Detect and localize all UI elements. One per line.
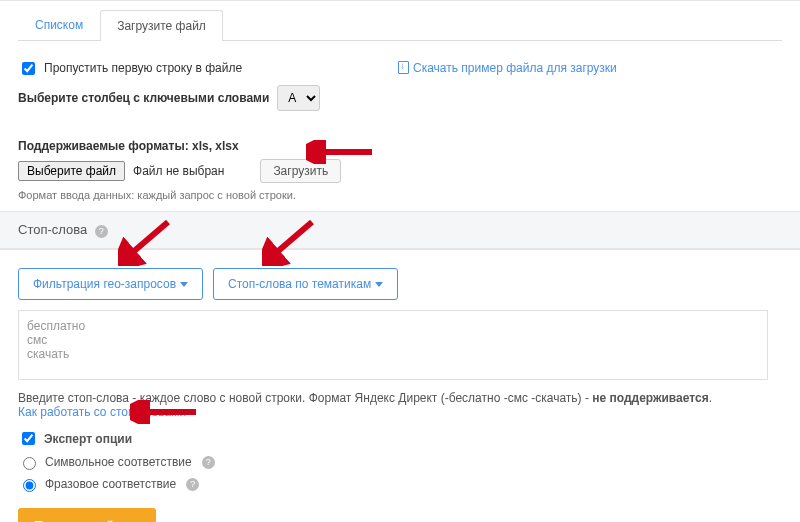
file-name-label: Файл не выбран bbox=[133, 164, 224, 178]
skip-first-label: Пропустить первую строку в файле bbox=[44, 61, 242, 75]
help-icon[interactable]: ? bbox=[202, 456, 215, 469]
symbol-match-radio[interactable] bbox=[23, 457, 36, 470]
help-icon[interactable]: ? bbox=[95, 225, 108, 238]
upload-button[interactable]: Загрузить bbox=[260, 159, 341, 183]
skip-first-row[interactable]: Пропустить первую строку в файле bbox=[18, 59, 242, 78]
symbol-match-option[interactable]: Символьное соответствие ? bbox=[18, 454, 782, 470]
chevron-down-icon bbox=[375, 282, 383, 287]
choose-file-button[interactable]: Выберите файл bbox=[18, 161, 125, 181]
geo-filter-dropdown[interactable]: Фильтрация гео-запросов bbox=[18, 268, 203, 300]
upload-tabs: Списком Загрузите файл bbox=[18, 9, 782, 41]
file-download-icon bbox=[398, 61, 409, 74]
phrase-match-radio[interactable] bbox=[23, 479, 36, 492]
stopwords-note: Введите стоп-слова - каждое слово с ново… bbox=[18, 391, 782, 405]
phrase-match-option[interactable]: Фразовое соответствие ? bbox=[18, 476, 782, 492]
expert-checkbox[interactable] bbox=[22, 432, 35, 445]
stopwords-help-link[interactable]: Как работать со стоп-словами bbox=[18, 405, 186, 419]
previous-step-button[interactable]: Предыдущий шаг bbox=[18, 508, 156, 522]
tab-upload[interactable]: Загрузите файл bbox=[100, 10, 223, 41]
formats-label: Поддерживаемые форматы: xls, xlsx bbox=[18, 139, 782, 153]
chevron-down-icon bbox=[180, 282, 188, 287]
select-column-label: Выберите столбец с ключевыми словами bbox=[18, 91, 269, 105]
format-hint: Формат ввода данных: каждый запрос с нов… bbox=[18, 189, 782, 201]
stopwords-theme-dropdown[interactable]: Стоп-слова по тематикам bbox=[213, 268, 398, 300]
column-select[interactable]: A bbox=[277, 85, 320, 111]
help-icon[interactable]: ? bbox=[186, 478, 199, 491]
expert-options-toggle[interactable]: Эксперт опции bbox=[18, 429, 782, 448]
download-example-link[interactable]: Скачать пример файла для загрузки bbox=[398, 61, 617, 75]
stopwords-textarea[interactable] bbox=[18, 310, 768, 380]
stopwords-section-header: Стоп-слова ? bbox=[0, 211, 800, 249]
skip-first-checkbox[interactable] bbox=[22, 62, 35, 75]
tab-list[interactable]: Списком bbox=[18, 9, 100, 40]
